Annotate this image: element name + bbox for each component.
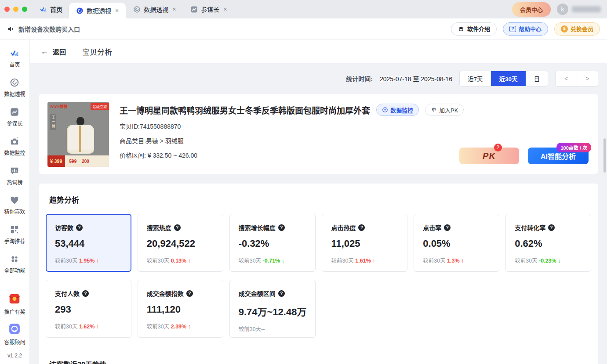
range-day-button[interactable]: 日 [526,71,548,86]
coin-icon: ¥ [561,25,568,32]
product-category: 商品类目:男装 > 羽绒服 [120,136,589,145]
zoom-window-button[interactable] [22,7,27,12]
compass-icon [10,78,19,87]
help-icon[interactable]: ? [278,290,285,297]
button-label: 软件介绍 [467,25,490,33]
metric-card-click-rate[interactable]: 点击率? 0.05% 较前30天 1.3% ↑ [414,214,499,272]
app-logo-icon [40,6,47,13]
sidebar-item-shoutao-recommend[interactable]: 手淘推荐 [4,225,25,245]
button-label: 加入PK [439,106,458,114]
tab-data-insight-active[interactable]: 数据透视 × [69,3,126,18]
metric-label: 搜索增长幅度 [239,223,276,232]
metric-value: 0.05% [423,238,490,249]
announcement-text[interactable]: 新增设备次数购买入口 [18,25,80,33]
help-icon[interactable]: ? [186,290,193,297]
help-icon[interactable]: ? [444,224,451,231]
metric-card-pay-conversion[interactable]: 支付转化率? 0.62% 较前30天 -0.23% ↓ [505,214,591,272]
join-pk-button[interactable]: 加入PK [425,104,464,116]
metric-label: 点击热度 [331,223,356,232]
prev-page-button[interactable]: < [556,71,577,86]
sidebar-item-label: 手淘推荐 [4,237,25,245]
help-icon[interactable]: ? [174,224,181,231]
product-image[interactable]: YAYA鸭鸭 超级立减 王一博 ¥ 399 599 200 [47,102,109,167]
next-page-button[interactable]: > [577,71,598,86]
sidebar-item-strategist[interactable]: 参谋长 [7,107,22,127]
sidebar: 首页 数据透视 参谋长 数据监控 [0,40,30,364]
red-packet-icon [8,292,21,305]
metric-value: 9.74万~12.48万 [239,304,307,318]
software-intro-button[interactable]: 软件介绍 [451,22,497,36]
plus-circle-icon [382,107,388,113]
account-area[interactable]: k [557,4,601,15]
help-icon[interactable]: ? [278,224,285,231]
help-center-button[interactable]: ? 帮助中心 [503,22,548,36]
metric-card-search-heat[interactable]: 搜索热度? 20,924,522 较前30天 0.13% ↑ [138,214,223,272]
metric-card-visitors[interactable]: 访客数? 53,444 较前30天 1.95% ↑ [46,214,131,272]
tab-home[interactable]: 首页 [33,0,69,18]
product-brand-label: YAYA鸭鸭 [50,104,68,109]
tab-data-insight[interactable]: 数据透视 × [126,0,183,18]
button-label: 帮助中心 [519,25,542,33]
price-discount: 200 [82,159,89,164]
metric-card-search-growth[interactable]: 搜索增长幅度? -0.32% 较前30天 -0.71% ↓ [229,214,316,272]
trend-chart-icon [10,107,19,117]
metric-label: 成交金额区间 [239,289,276,298]
tab-strategist[interactable]: 参谋长 × [183,0,234,18]
metric-card-pay-users[interactable]: 支付人数? 293 较前30天 1.62% ↑ [46,280,131,338]
sidebar-item-promo-reward[interactable]: 推广有奖 [4,292,25,315]
metric-compare: 较前30天 1.3% ↑ [423,256,490,264]
pk-count-badge: 2 [494,144,502,151]
pk-label: PK [483,151,496,161]
headset-icon [8,322,21,335]
metric-compare: 较前30天 2.39% ↑ [147,322,214,330]
range-30d-button[interactable]: 近30天 [491,71,525,86]
sidebar-item-data-insight[interactable]: 数据透视 [4,78,25,97]
metric-compare: 较前30天-- [239,324,307,333]
home-logo-icon [10,48,19,58]
help-icon[interactable]: ? [548,224,555,231]
help-chat-icon: ? [509,26,516,32]
ai-analysis-button[interactable]: AI智能分析 100点数 / 次 [528,148,589,164]
range-7d-button[interactable]: 近7天 [460,71,491,86]
redeem-member-button[interactable]: ¥ 兑换会员 [554,22,600,36]
help-icon[interactable]: ? [358,224,365,231]
username-blurred [572,6,601,12]
help-icon[interactable]: ? [82,290,89,297]
add-data-monitor-button[interactable]: 数据监控 [376,104,419,116]
sidebar-item-all-features[interactable]: 全部功能 [4,254,25,274]
model-figure [76,117,84,126]
avatar[interactable]: k [557,4,568,15]
help-icon[interactable]: ? [76,224,83,231]
sidebar-item-guess-you-like[interactable]: 猜你喜欢 [4,195,25,215]
sidebar-item-data-monitor[interactable]: 数据监控 [4,137,25,156]
bar-chart-bubble-icon [10,166,19,176]
scrollbar-thumb[interactable] [603,138,606,173]
metric-card-gmv-index[interactable]: 成交金额指数? 111,120 较前30天 2.39% ↑ [138,280,223,338]
promo-ribbon: 超级立减 [91,103,109,110]
tab-close-icon[interactable]: × [115,7,119,14]
tab-close-icon[interactable]: × [172,6,176,13]
metric-value: 111,120 [147,304,214,315]
price-current: ¥ 399 [47,155,65,167]
sidebar-item-customer-service[interactable]: 客服顾问 [4,322,25,346]
product-title: 王一博明星同款鸭鸭羽绒服男女士冬季反季韩版面包服时尚加厚外套 [120,104,370,116]
trend-chart-icon [190,6,198,13]
metric-card-click-heat[interactable]: 点击热度? 11,025 较前30天 1.61% ↑ [322,214,407,272]
sidebar-item-label: 热词榜 [7,178,22,186]
sidebar-item-label: 数据透视 [4,90,25,97]
close-window-button[interactable] [4,7,10,12]
time-filter-bar: 统计时间: 2025-07-18 至 2025-08-16 近7天 近30天 日… [39,70,598,87]
apps-dots-icon [10,254,19,264]
minimize-window-button[interactable] [13,7,18,12]
pk-button[interactable]: PK 2 [459,148,519,164]
back-arrow-icon[interactable]: ← [40,47,48,56]
member-center-button[interactable]: 会员中心 [512,2,551,17]
trend-analysis-card: 趋势分析 访客数? 53,444 较前30天 1.95% ↑ 搜索热度? 20,… [39,184,598,364]
back-button[interactable]: 返回 [53,47,66,56]
tab-close-icon[interactable]: × [223,6,227,13]
sidebar-item-hot-words[interactable]: 热词榜 [7,166,22,186]
app-version: v1.2.2 [7,353,22,359]
sidebar-item-home[interactable]: 首页 [9,48,20,68]
time-label: 统计时间: [346,74,373,83]
metric-card-gmv-range[interactable]: 成交金额区间? 9.74万~12.48万 较前30天-- [229,280,316,338]
